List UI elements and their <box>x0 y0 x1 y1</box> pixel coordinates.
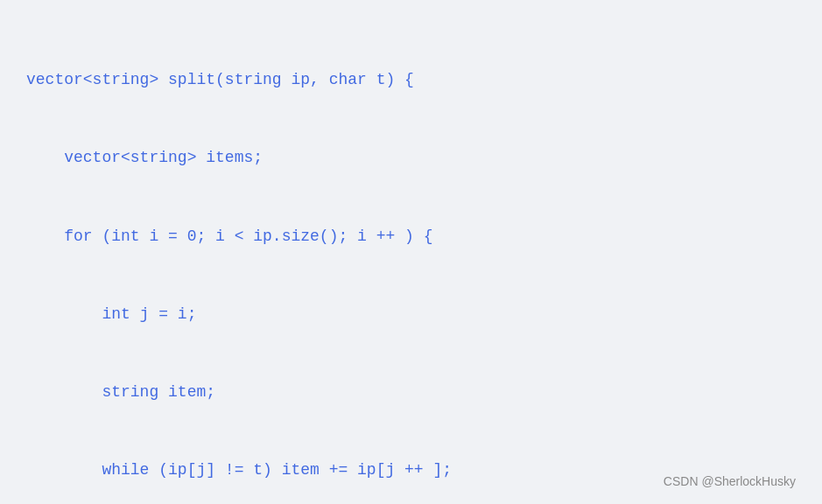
code-line-3: for (int i = 0; i < ip.size(); i ++ ) { <box>26 224 796 250</box>
code-text: for (int i = 0; i < ip.size(); i ++ ) { <box>26 228 432 245</box>
code-line-4: int j = i; <box>26 302 796 328</box>
code-text: vector<string> split(string ip, char t) … <box>26 71 414 88</box>
code-text: vector<string> items; <box>26 149 263 166</box>
code-block: vector<string> split(string ip, char t) … <box>26 16 796 504</box>
code-container: vector<string> split(string ip, char t) … <box>0 0 822 504</box>
code-text: int j = i; <box>26 305 196 323</box>
code-line-1: vector<string> split(string ip, char t) … <box>26 67 796 94</box>
code-line-2: vector<string> items; <box>26 145 796 172</box>
watermark: CSDN @SherlockHusky <box>664 474 796 488</box>
code-text: string item; <box>26 383 215 401</box>
code-line-5: string item; <box>26 380 796 406</box>
code-text: while (ip[j] != t) item += ip[j ++ ]; <box>26 461 452 479</box>
